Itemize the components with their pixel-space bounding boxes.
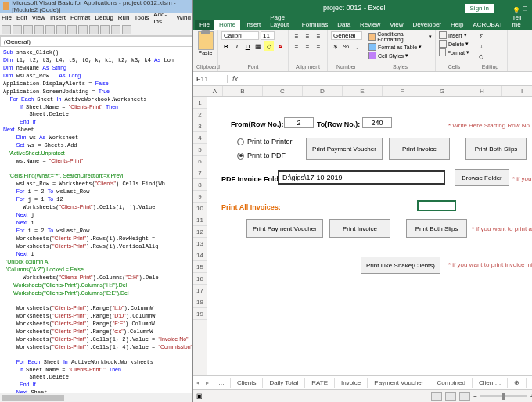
clear-icon[interactable]: ◇ xyxy=(476,52,486,61)
vba-tb-find-icon[interactable] xyxy=(56,25,66,34)
vba-tb-copy-icon[interactable] xyxy=(34,25,44,34)
select-all-corner[interactable] xyxy=(193,86,207,96)
vba-tb-redo-icon[interactable] xyxy=(78,25,88,34)
font-color-icon[interactable]: A xyxy=(275,41,285,51)
align-left-icon[interactable]: ≡ xyxy=(292,42,301,52)
vba-tb-design-icon[interactable] xyxy=(122,25,131,34)
vba-menu-view[interactable]: View xyxy=(32,14,45,21)
col-header[interactable]: A xyxy=(207,86,223,96)
row-header[interactable]: 10 xyxy=(193,203,207,214)
currency-icon[interactable]: $ xyxy=(331,41,340,51)
row-header[interactable]: 3 xyxy=(193,120,207,132)
sheet-nav-first[interactable]: … xyxy=(212,378,231,388)
macro-record-icon[interactable]: ▣ xyxy=(196,393,203,400)
sheet-tab-invoice[interactable]: Invoice xyxy=(335,378,368,388)
vba-tb-save-icon[interactable] xyxy=(13,25,22,34)
sheet-tab-combined[interactable]: Combined xyxy=(430,378,472,388)
print-like-snake-button[interactable]: Print Like Snake(Clients) xyxy=(361,257,440,274)
vba-tb-break-icon[interactable] xyxy=(100,25,110,34)
vba-menu-format[interactable]: Format xyxy=(70,14,90,21)
sheet-nav-next-icon[interactable]: ▸ xyxy=(203,379,212,386)
row-header[interactable]: 17 xyxy=(193,285,207,296)
align-mid-icon[interactable]: ≡ xyxy=(303,31,312,41)
tell-me[interactable]: 💡 Tell me xyxy=(508,5,529,30)
vba-tb-paste-icon[interactable] xyxy=(45,25,55,34)
vba-tb-reset-icon[interactable] xyxy=(111,25,120,34)
tab-insert[interactable]: Insert xyxy=(240,20,265,30)
col-header[interactable]: C xyxy=(263,86,303,96)
print-invoice-button-1[interactable]: Print Invoice xyxy=(389,138,450,160)
sheet-nav-prev-icon[interactable]: ◂ xyxy=(193,379,203,386)
name-box[interactable]: F11 xyxy=(193,75,228,83)
col-header[interactable]: F xyxy=(383,86,422,96)
print-invoice-button-2[interactable]: Print Invoice xyxy=(329,219,390,238)
view-normal-icon[interactable] xyxy=(431,392,442,401)
row-header[interactable]: 14 xyxy=(193,249,207,261)
share-button[interactable]: 👤 Share xyxy=(529,5,532,30)
browse-folder-button[interactable]: Browse Folder xyxy=(455,169,509,186)
tab-acrobat[interactable]: ACROBAT xyxy=(468,20,507,30)
percent-icon[interactable]: % xyxy=(342,41,351,51)
row-header[interactable]: 16 xyxy=(193,273,207,285)
sheet-tab-clients[interactable]: Clients xyxy=(231,378,263,388)
vba-tb-cut-icon[interactable] xyxy=(23,25,33,34)
print-payment-voucher-button-2[interactable]: Print Payment Voucher xyxy=(246,219,323,238)
cell-styles-button[interactable]: Cell Styles ▾ xyxy=(368,52,432,59)
underline-icon[interactable]: U xyxy=(243,41,253,51)
row-header[interactable]: 15 xyxy=(193,261,207,273)
pdf-folder-input[interactable]: D:\gigs\17-10-2019 xyxy=(278,170,445,185)
sheet-tab-clien[interactable]: Clien … xyxy=(473,378,508,388)
row-header[interactable]: 4 xyxy=(193,132,207,144)
row-header[interactable]: 18 xyxy=(193,296,207,308)
delete-cells-button[interactable]: Delete ▾ xyxy=(439,40,469,48)
format-cells-button[interactable]: Format ▾ xyxy=(439,48,469,56)
vba-menu-insert[interactable]: Insert xyxy=(50,14,66,21)
new-sheet-button[interactable]: ⊕ xyxy=(508,378,527,388)
col-header[interactable]: H xyxy=(462,86,502,96)
fill-color-icon[interactable]: ◇ xyxy=(264,41,274,51)
border-icon[interactable]: ▦ xyxy=(253,41,263,51)
number-format-select[interactable]: General xyxy=(331,31,362,40)
tab-home[interactable]: Home xyxy=(214,20,240,30)
italic-icon[interactable]: I xyxy=(232,41,242,51)
row-header[interactable]: 2 xyxy=(193,109,207,120)
print-to-printer-radio[interactable]: Print to Printer xyxy=(237,138,293,145)
col-header[interactable]: G xyxy=(422,86,462,96)
row-header[interactable]: 11 xyxy=(193,214,207,226)
vba-menu-tools[interactable]: Tools xyxy=(135,14,149,21)
print-to-pdf-radio[interactable]: Print to PDF xyxy=(237,152,286,160)
tab-review[interactable]: Review xyxy=(355,20,385,30)
vba-proc-dropdown[interactable]: (General) xyxy=(0,36,192,47)
vba-menu-run[interactable]: Run xyxy=(118,14,130,21)
vba-tb-undo-icon[interactable] xyxy=(67,25,77,34)
view-page-break-icon[interactable] xyxy=(459,392,470,401)
row-header[interactable]: 7 xyxy=(193,167,207,179)
vba-tb-view-excel-icon[interactable] xyxy=(2,25,11,34)
row-header[interactable]: 12 xyxy=(193,226,207,238)
vba-code-editor[interactable]: Sub snake_Click() Dim t1, t2, t3, t4, t5… xyxy=(0,47,192,393)
zoom-out-icon[interactable]: − xyxy=(473,393,477,400)
fx-icon[interactable]: fx xyxy=(228,75,243,83)
conditional-formatting-button[interactable]: Conditional Formatting ▾ xyxy=(368,31,432,42)
row-header[interactable]: 5 xyxy=(193,144,207,156)
tab-data[interactable]: Data xyxy=(332,20,355,30)
tab-page-layout[interactable]: Page Layout xyxy=(265,13,297,30)
to-row-input[interactable]: 240 xyxy=(362,117,392,128)
autosum-icon[interactable]: Σ xyxy=(476,31,486,41)
col-header[interactable]: B xyxy=(223,86,263,96)
col-header[interactable]: I xyxy=(502,86,532,96)
tab-developer[interactable]: Developer xyxy=(408,20,446,30)
vba-tb-run-icon[interactable] xyxy=(89,25,99,34)
sheet-tab-rate[interactable]: RATE xyxy=(305,378,335,388)
tab-help[interactable]: Help xyxy=(446,20,468,30)
tab-formulas[interactable]: Formulas xyxy=(297,20,332,30)
print-both-slips-button-1[interactable]: Print Both Slips xyxy=(466,138,527,160)
font-size-select[interactable]: 11 xyxy=(261,31,275,40)
tab-view[interactable]: View xyxy=(385,20,408,30)
comma-icon[interactable]: , xyxy=(352,41,361,51)
vba-menu-edit[interactable]: Edit xyxy=(16,14,27,21)
format-as-table-button[interactable]: Format as Table ▾ xyxy=(368,43,432,51)
row-header[interactable]: 8 xyxy=(193,179,207,191)
align-top-icon[interactable]: ≡ xyxy=(292,31,301,41)
cells-area[interactable]: From(Row No.): 2 To(Row No.): 240 * Writ… xyxy=(207,97,532,375)
